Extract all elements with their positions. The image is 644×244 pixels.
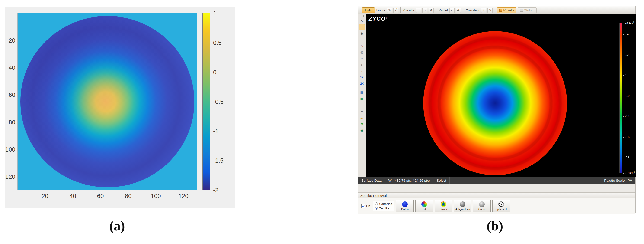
on-checkbox-label: On (366, 204, 370, 208)
layers-icon[interactable]: ≡ (359, 108, 365, 114)
circle-tool-icon[interactable]: ○ (359, 56, 365, 61)
zygo-logo: ZYGO® (369, 16, 388, 22)
image-icon[interactable]: ▣ (359, 96, 365, 101)
zernike-coma-button[interactable]: Coma (473, 200, 491, 212)
zernike-piston-button[interactable]: Piston (396, 200, 414, 212)
pen-icon[interactable]: ✎ (359, 43, 365, 49)
stats-label: Stats... (524, 8, 534, 12)
side-separator (359, 88, 365, 88)
zernike-radio-icon[interactable] (375, 207, 378, 210)
angle-icon[interactable]: ∠ (450, 8, 454, 13)
piston-label: Piston (401, 208, 408, 210)
radio-cartesian[interactable]: Cartesian (375, 202, 392, 206)
surface-map-canvas[interactable]: ZYGO® 0.511 Å 0.4 0.2 0 -0.2 -0.4 -0.6 -… (366, 15, 636, 177)
x-tick-label: 60 (97, 192, 104, 200)
dashed-circle-icon[interactable]: ◌ (422, 8, 428, 13)
panel-splitter[interactable] (358, 184, 636, 192)
x-tick-label: 80 (125, 192, 132, 200)
colorbar-tick-label: 0 (213, 69, 234, 76)
folder-icon[interactable]: ▱ (359, 114, 365, 120)
zoom-2x[interactable]: 2X (359, 81, 365, 86)
colorbar (202, 13, 210, 190)
colorbar-tick-label: -0.5 (213, 98, 234, 105)
radio-zernike[interactable]: Zernike (375, 207, 392, 210)
results-button[interactable]: Results (497, 8, 517, 13)
palette-tick-label: -0.2 (623, 94, 636, 98)
side-grip[interactable] (360, 15, 364, 17)
zernike-on-group: On (361, 204, 370, 208)
zernike-tilt-button[interactable]: Tilt (415, 200, 433, 212)
rotate-icon[interactable]: ↺ (428, 8, 434, 13)
zernike-panel-body: On Cartesian Zernike Piston Tilt (358, 198, 636, 213)
y-tick-label: 20 (5, 37, 15, 44)
zoom-1x[interactable]: 1X (359, 74, 365, 80)
coordinate-mode-radios: Cartesian Zernike (373, 201, 394, 211)
circle-icon[interactable]: ○ (416, 8, 421, 13)
radial-tool-label[interactable]: Radial (438, 8, 448, 12)
splitter-handle[interactable] (489, 187, 504, 189)
save-icon[interactable]: ↓ (359, 102, 365, 108)
colorbar-tick-label: -1.5 (213, 157, 234, 164)
pointer-icon[interactable]: ↖ (359, 18, 365, 24)
chart-icon[interactable]: ▦ (359, 89, 365, 95)
results-label: Results (504, 8, 514, 12)
palette-tick-label: 0.2 (623, 53, 636, 56)
zernike-astigmatism-button[interactable]: Astigmatism (454, 200, 472, 212)
palette-tick-label: -0.6 (623, 136, 636, 139)
pencil-icon[interactable]: ✎ (387, 8, 392, 13)
arrows-swap-icon[interactable]: ⇄ (456, 8, 461, 13)
x-tick-label: 40 (70, 192, 76, 200)
cartesian-radio-label: Cartesian (379, 202, 392, 206)
y-tick-label: 80 (5, 119, 15, 126)
cartesian-radio-icon[interactable] (375, 202, 378, 205)
zernike-radio-label: Zernike (379, 207, 389, 210)
toolbar-separator (436, 8, 436, 13)
stats-icon (520, 9, 523, 12)
coma-label: Coma (478, 208, 486, 210)
toolbar-grip[interactable] (360, 8, 361, 13)
spherical-label: Spherical (496, 208, 507, 210)
colorbar-tick-label: 0.5 (213, 39, 234, 47)
status-data-type: Surface Data (358, 177, 385, 184)
palette-icon[interactable]: ✱ (359, 121, 365, 127)
zernike-power-button[interactable]: Power (434, 200, 452, 212)
colorbar-tick-label: 1 (213, 10, 234, 17)
palette-tick-label: 0 (623, 74, 636, 77)
target-icon[interactable]: ⊕ (488, 8, 492, 13)
zernike-spherical-button[interactable]: Spherical (492, 200, 510, 212)
x-tick-label: 20 (42, 192, 48, 200)
zoom-icon[interactable]: ⊕ (359, 31, 365, 36)
y-tick-label: 40 (5, 64, 15, 71)
tilt-icon (421, 201, 427, 207)
palette-tick-label: -0.8 (623, 156, 636, 159)
toolbar-separator (400, 8, 401, 13)
line-icon[interactable]: ╱ (393, 8, 398, 13)
mask-tool-icon[interactable]: □ (359, 24, 365, 30)
stats-button[interactable]: Stats... (518, 8, 537, 13)
half-circle-tool-icon[interactable]: ◐ (359, 62, 365, 68)
status-mode: Select (434, 177, 450, 184)
heatmap-axes (18, 13, 197, 190)
zygo-logo-underline (368, 23, 390, 24)
linear-tool-label[interactable]: Linear (376, 8, 386, 12)
palette-scale-bar (620, 23, 622, 173)
ellipse-tool-icon[interactable]: ◎ (359, 49, 365, 55)
hide-button[interactable]: Hide (362, 8, 375, 13)
colorbar-tick-label: -1 (213, 128, 234, 135)
plus-icon[interactable]: + (481, 8, 486, 13)
caption-a: (a) (109, 218, 125, 233)
x-tick-label: 120 (178, 192, 188, 200)
crosshair-tool-label[interactable]: Crosshair (465, 8, 480, 12)
surface-map-circle[interactable] (423, 31, 567, 175)
circular-tool-label[interactable]: Circular (403, 8, 415, 12)
palette-tick-label: 0.4 (623, 33, 636, 36)
y-tick-label: 100 (5, 146, 15, 153)
astigmatism-icon (460, 201, 466, 207)
x-tick-label: 100 (151, 192, 161, 200)
rect-tool-icon[interactable]: ▫ (359, 68, 365, 74)
y-tick-label: 120 (5, 173, 15, 180)
camera-icon[interactable]: ◉ (359, 127, 365, 133)
move-icon[interactable]: + (359, 37, 365, 43)
status-bar: Surface Data W: (439.76 pix, 424.26 pix)… (358, 177, 636, 184)
on-checkbox[interactable] (361, 204, 365, 208)
